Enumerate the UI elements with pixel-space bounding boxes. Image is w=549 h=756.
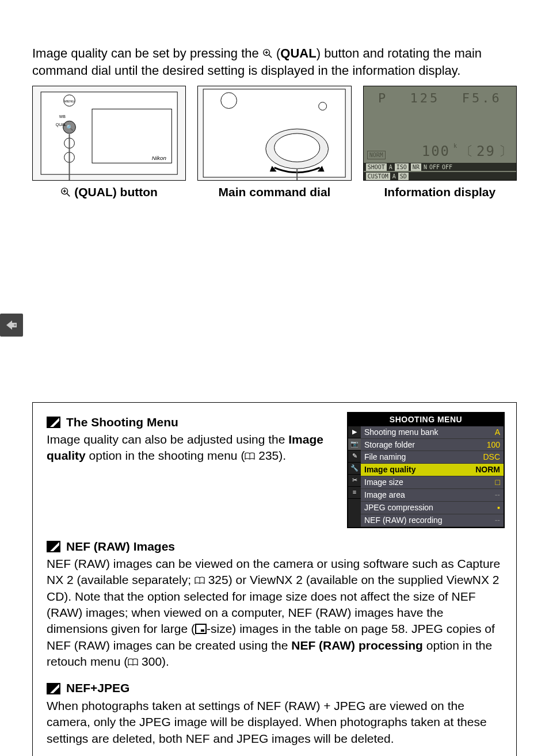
chapter-tab-icon bbox=[0, 314, 23, 337]
menu-tab-icon: 📷 bbox=[348, 438, 361, 450]
svg-point-22 bbox=[274, 133, 320, 162]
figure-caption-c: Information display bbox=[363, 184, 517, 200]
qual-label: QUAL bbox=[280, 46, 316, 60]
svg-line-17 bbox=[67, 194, 70, 197]
figure-caption-a: (QUAL) button bbox=[32, 184, 186, 200]
figure-info-display: P 125 F5.6 NORM 100 k 〔29〕 SHOOT A ISO bbox=[363, 86, 517, 200]
menu-tab-icon: 🔧 bbox=[348, 463, 361, 475]
shooting-menu-title: SHOOTING MENU bbox=[348, 413, 504, 426]
figure-command-dial: Main command dial bbox=[197, 86, 351, 200]
shooting-menu-item: NEF (RAW) recording-- bbox=[361, 514, 504, 527]
menu-tab-icon: ▶ bbox=[348, 426, 361, 438]
book-icon bbox=[128, 658, 138, 666]
pencil-icon bbox=[47, 417, 60, 428]
svg-line-1 bbox=[269, 55, 272, 58]
note1-heading: The Shooting Menu bbox=[66, 414, 178, 430]
menu-tab-icon: ✂ bbox=[348, 475, 361, 487]
svg-text:MENU: MENU bbox=[64, 100, 74, 103]
shooting-menu-item: JPEG compression▪ bbox=[361, 502, 504, 514]
figure-caption-b: Main command dial bbox=[197, 184, 351, 200]
shooting-menu-item: Image qualityNORM bbox=[361, 464, 504, 476]
camera-back-illustration: MENU 🔍 WB QUAL Nikon bbox=[33, 86, 185, 180]
book-icon bbox=[245, 452, 255, 460]
note2-body: NEF (RAW) images can be viewed on the ca… bbox=[47, 556, 505, 670]
shooting-menu-item: Image area-- bbox=[361, 489, 504, 502]
svg-point-29 bbox=[14, 324, 16, 326]
large-size-icon bbox=[195, 624, 207, 634]
shooting-menu-screenshot: SHOOTING MENU ▶ 📷 ✎ 🔧 ✂ ≡ Shooting menu … bbox=[347, 412, 505, 528]
info-display-screen: P 125 F5.6 NORM 100 k 〔29〕 SHOOT A ISO bbox=[364, 86, 516, 180]
pencil-icon bbox=[47, 683, 60, 694]
note3-heading: NEF+JPEG bbox=[66, 680, 129, 696]
shooting-menu-item: File namingDSC bbox=[361, 451, 504, 464]
menu-tab-icon: ≡ bbox=[348, 487, 361, 499]
menu-tab-icon: ✎ bbox=[348, 450, 361, 463]
note3-body: When photographs taken at settings of NE… bbox=[47, 698, 505, 747]
notes-box: The Shooting Menu Image quality can also… bbox=[32, 402, 517, 756]
zoom-in-icon bbox=[60, 187, 71, 197]
figure-row: MENU 🔍 WB QUAL Nikon (QUAL) button bbox=[32, 86, 517, 200]
camera-top-illustration bbox=[198, 86, 350, 180]
shooting-menu-item: Shooting menu bankA bbox=[361, 426, 504, 439]
norm-badge: NORM bbox=[367, 151, 386, 160]
shooting-menu-item: Image size□ bbox=[361, 476, 504, 489]
svg-text:QUAL: QUAL bbox=[56, 123, 67, 128]
figure-qual-button: MENU 🔍 WB QUAL Nikon (QUAL) button bbox=[32, 86, 186, 200]
note1-body: Image quality can also be adjusted using… bbox=[47, 432, 337, 464]
pencil-icon bbox=[47, 541, 60, 552]
svg-text:🔍: 🔍 bbox=[66, 124, 74, 131]
intro-paragraph: Image quality can be set by pressing the… bbox=[32, 45, 517, 79]
book-icon bbox=[195, 576, 205, 585]
intro-text-1: Image quality can be set by pressing the bbox=[32, 46, 262, 60]
svg-text:WB: WB bbox=[59, 115, 66, 119]
note2-heading: NEF (RAW) Images bbox=[66, 539, 175, 555]
zoom-in-icon bbox=[262, 48, 273, 59]
shooting-menu-item: Storage folder100 bbox=[361, 439, 504, 452]
svg-text:Nikon: Nikon bbox=[152, 155, 167, 162]
